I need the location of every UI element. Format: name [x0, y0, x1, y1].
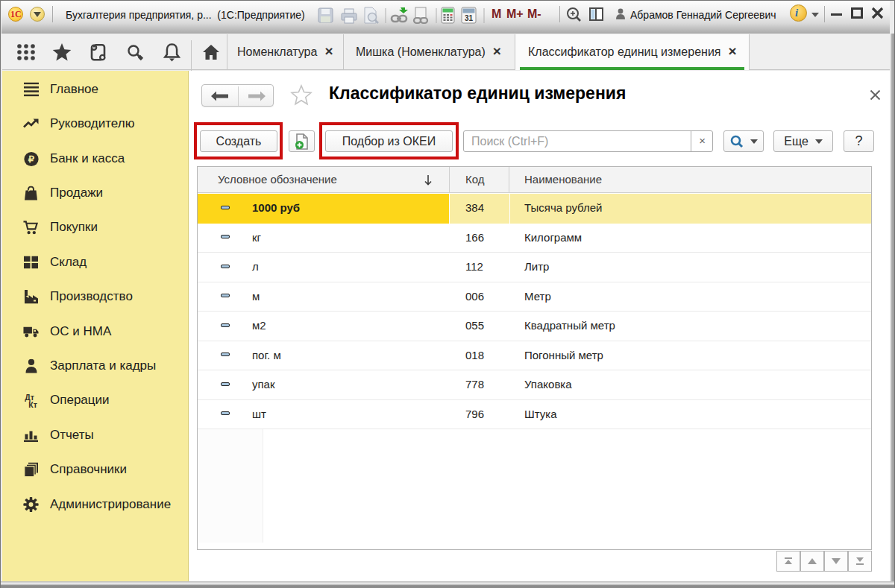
svg-text:₽: ₽ [28, 154, 34, 165]
svg-text:31: 31 [465, 14, 474, 22]
